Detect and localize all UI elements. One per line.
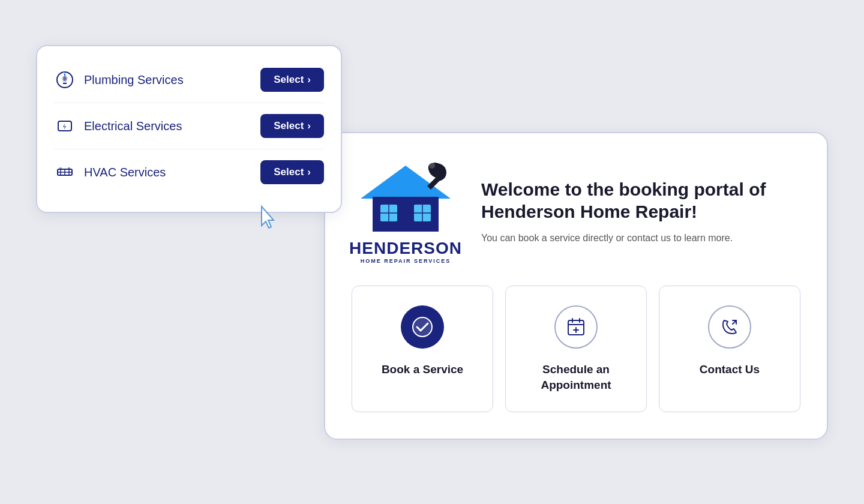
electrical-left: Electrical Services — [54, 115, 182, 137]
action-cards-row: Book a Service Schedule an Appointment — [352, 286, 800, 412]
booking-welcome: Welcome to the booking portal of Henders… — [481, 178, 800, 246]
hvac-select-button[interactable]: Select › — [260, 160, 324, 184]
book-service-card[interactable]: Book a Service — [352, 286, 493, 412]
services-card: Plumbing Services Select › Electrical Se… — [36, 45, 342, 213]
checkbadge-icon — [411, 316, 434, 338]
welcome-title: Welcome to the booking portal of Henders… — [481, 178, 800, 223]
hvac-row: HVAC Services Select › — [54, 149, 324, 195]
book-service-label: Book a Service — [382, 362, 463, 377]
electrical-icon — [54, 115, 76, 137]
electrical-select-button[interactable]: Select › — [260, 114, 324, 138]
book-service-icon-circle — [401, 305, 444, 349]
schedule-appointment-card[interactable]: Schedule an Appointment — [505, 286, 647, 412]
logo-text-block: HENDERSON HOME REPAIR SERVICES — [349, 240, 462, 264]
hvac-left: HVAC Services — [54, 161, 166, 183]
svg-rect-8 — [59, 167, 62, 169]
plumbing-row: Plumbing Services Select › — [54, 57, 324, 103]
phone-forward-icon — [718, 316, 741, 338]
calendar-icon — [565, 316, 587, 338]
contact-us-card[interactable]: Contact Us — [659, 286, 800, 412]
hvac-label: HVAC Services — [84, 166, 166, 179]
plumbing-label: Plumbing Services — [84, 73, 184, 87]
schedule-label: Schedule an Appointment — [515, 362, 637, 392]
electrical-row: Electrical Services Select › — [54, 103, 324, 149]
contact-us-label: Contact Us — [700, 362, 760, 377]
plumbing-select-button[interactable]: Select › — [260, 68, 324, 92]
booking-card: HENDERSON HOME REPAIR SERVICES Welcome t… — [324, 132, 828, 440]
logo-graphic — [358, 160, 454, 238]
logo-sub-text: HOME REPAIR SERVICES — [349, 258, 462, 264]
booking-header: HENDERSON HOME REPAIR SERVICES Welcome t… — [352, 160, 800, 264]
svg-point-1 — [63, 76, 67, 81]
plumbing-icon — [54, 69, 76, 91]
electrical-label: Electrical Services — [84, 119, 182, 133]
welcome-desc: You can book a service directly or conta… — [481, 230, 800, 246]
contact-icon-circle — [708, 305, 751, 349]
schedule-icon-circle — [554, 305, 598, 349]
logo-main-text: HENDERSON — [349, 240, 462, 257]
logo-area: HENDERSON HOME REPAIR SERVICES — [352, 160, 460, 264]
svg-rect-9 — [68, 167, 70, 169]
hvac-icon — [54, 161, 76, 183]
svg-point-18 — [429, 163, 435, 169]
svg-rect-2 — [58, 121, 71, 131]
plumbing-left: Plumbing Services — [54, 69, 184, 91]
